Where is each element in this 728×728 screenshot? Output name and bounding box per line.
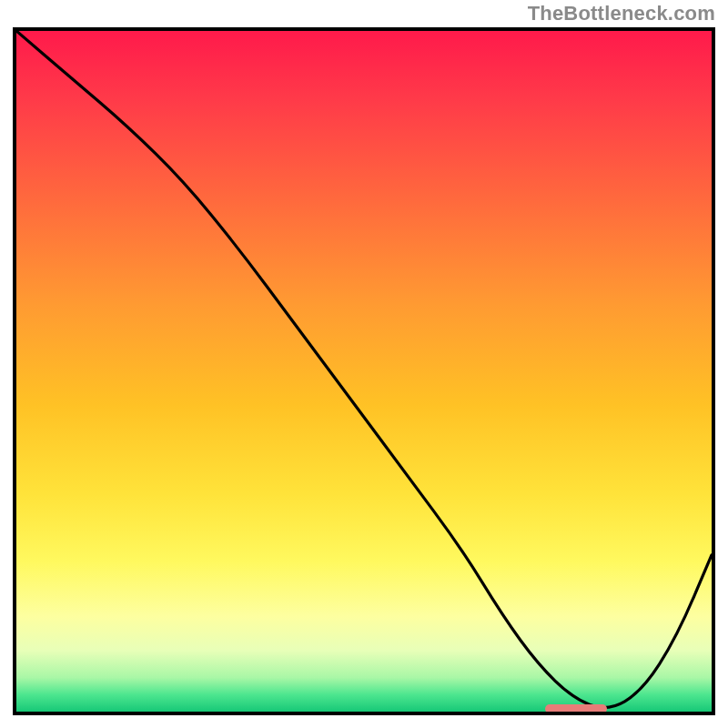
- plot-area: [13, 27, 715, 715]
- bottleneck-curve: [16, 31, 712, 712]
- chart-frame: TheBottleneck.com: [0, 0, 728, 728]
- watermark-text: TheBottleneck.com: [528, 2, 715, 25]
- optimal-range-marker: [545, 704, 608, 713]
